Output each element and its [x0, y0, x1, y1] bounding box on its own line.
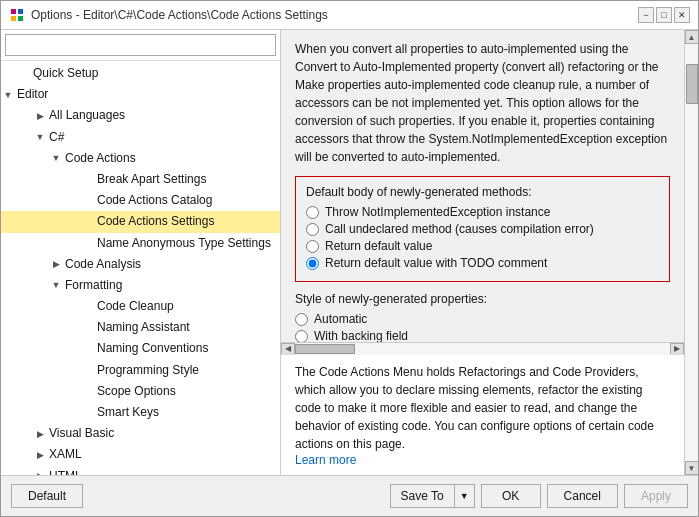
radio-call-undeclared-input[interactable]	[306, 223, 319, 236]
label-break-apart: Break Apart Settings	[95, 170, 206, 189]
v-scroll-thumb[interactable]	[686, 64, 698, 104]
h-scroll-thumb[interactable]	[295, 344, 355, 354]
left-panel: Quick Setup ▼ Editor ▶ All Languages	[1, 30, 281, 475]
radio-backing-field-label: With backing field	[314, 329, 408, 342]
label-formatting: Formatting	[63, 276, 122, 295]
h-scroll-right[interactable]: ▶	[670, 343, 684, 355]
label-html: HTML	[47, 467, 82, 475]
main-description: When you convert all properties to auto-…	[295, 40, 670, 166]
radio-backing-field-input[interactable]	[295, 330, 308, 343]
radio-return-default-todo-input[interactable]	[306, 257, 319, 270]
style-group: Style of newly-generated properties: Aut…	[295, 292, 670, 342]
label-quick-setup: Quick Setup	[31, 64, 98, 83]
radio-automatic-input[interactable]	[295, 313, 308, 326]
tree-item-name-anonymous[interactable]: Name Anonymous Type Settings	[1, 233, 280, 254]
footer-left: Default	[11, 484, 83, 508]
footer: Default Save To ▼ OK Cancel Apply	[1, 475, 698, 516]
label-all-languages: All Languages	[47, 106, 125, 125]
radio-return-default-input[interactable]	[306, 240, 319, 253]
radio-call-undeclared-label: Call undeclared method (causes compilati…	[325, 222, 594, 236]
label-anon: Name Anonymous Type Settings	[95, 234, 271, 253]
tree-item-programming-style[interactable]: Programming Style	[1, 360, 280, 381]
v-scroll-down[interactable]: ▼	[685, 461, 699, 475]
save-to-dropdown[interactable]: ▼	[454, 485, 474, 507]
label-settings: Code Actions Settings	[95, 212, 214, 231]
h-scroll-track[interactable]	[295, 343, 670, 355]
svg-rect-1	[18, 9, 23, 14]
radio-automatic-label: Automatic	[314, 312, 367, 326]
title-bar-left: Options - Editor\C#\Code Actions\Code Ac…	[9, 7, 328, 23]
label-naming-conv: Naming Conventions	[95, 339, 208, 358]
close-button[interactable]: ✕	[674, 7, 690, 23]
label-code-actions: Code Actions	[63, 149, 136, 168]
vertical-scrollbar: ▲ ▼	[684, 30, 698, 475]
tree-item-naming-conventions[interactable]: Naming Conventions	[1, 338, 280, 359]
horizontal-scrollbar: ◀ ▶	[281, 342, 684, 354]
tree-view: Quick Setup ▼ Editor ▶ All Languages	[1, 61, 280, 475]
title-bar: Options - Editor\C#\Code Actions\Code Ac…	[1, 1, 698, 30]
tree-item-code-cleanup[interactable]: Code Cleanup	[1, 296, 280, 317]
footer-right: Save To ▼ OK Cancel Apply	[390, 484, 688, 508]
tree-item-quick-setup[interactable]: Quick Setup	[1, 63, 280, 84]
search-input[interactable]	[5, 34, 276, 56]
tree-item-code-actions[interactable]: ▼ Code Actions	[1, 148, 280, 169]
app-icon	[9, 7, 25, 23]
svg-rect-2	[11, 16, 16, 21]
minimize-button[interactable]: −	[638, 7, 654, 23]
v-scroll-up[interactable]: ▲	[685, 30, 699, 44]
arrow-code-analysis: ▶	[49, 257, 63, 271]
save-to-split-button[interactable]: Save To ▼	[390, 484, 475, 508]
title-bar-buttons: − □ ✕	[638, 7, 690, 23]
tree-item-code-actions-settings[interactable]: Code Actions Settings	[1, 211, 280, 232]
tree-item-naming-assistant[interactable]: Naming Assistant	[1, 317, 280, 338]
window-title: Options - Editor\C#\Code Actions\Code Ac…	[31, 8, 328, 22]
label-smart-keys: Smart Keys	[95, 403, 159, 422]
right-panel: When you convert all properties to auto-…	[281, 30, 684, 475]
label-prog-style: Programming Style	[95, 361, 199, 380]
svg-rect-3	[18, 16, 23, 21]
ok-button[interactable]: OK	[481, 484, 541, 508]
tree-item-editor[interactable]: ▼ Editor	[1, 84, 280, 105]
radio-throw-not-impl-label: Throw NotImplementedException instance	[325, 205, 550, 219]
v-scroll-track[interactable]	[685, 44, 699, 461]
content-area: Quick Setup ▼ Editor ▶ All Languages	[1, 30, 698, 475]
default-body-group: Default body of newly-generated methods:…	[295, 176, 670, 282]
h-scroll-left[interactable]: ◀	[281, 343, 295, 355]
tree-item-all-languages[interactable]: ▶ All Languages	[1, 105, 280, 126]
bottom-description: The Code Actions Menu holds Refactorings…	[281, 354, 684, 475]
radio-throw-not-impl[interactable]: Throw NotImplementedException instance	[306, 205, 659, 219]
arrow-code-actions: ▼	[49, 151, 63, 165]
radio-return-default[interactable]: Return default value	[306, 239, 659, 253]
right-content: When you convert all properties to auto-…	[281, 30, 684, 342]
label-csharp: C#	[47, 128, 64, 147]
default-button[interactable]: Default	[11, 484, 83, 508]
radio-return-default-todo[interactable]: Return default value with TODO comment	[306, 256, 659, 270]
label-vb: Visual Basic	[47, 424, 114, 443]
learn-more-link[interactable]: Learn more	[295, 453, 356, 467]
radio-automatic[interactable]: Automatic	[295, 312, 670, 326]
tree-item-formatting[interactable]: ▼ Formatting	[1, 275, 280, 296]
tree-item-code-actions-catalog[interactable]: Code Actions Catalog	[1, 190, 280, 211]
restore-button[interactable]: □	[656, 7, 672, 23]
radio-backing-field[interactable]: With backing field	[295, 329, 670, 342]
bottom-text: The Code Actions Menu holds Refactorings…	[295, 363, 670, 453]
tree-item-xaml[interactable]: ▶ XAML	[1, 444, 280, 465]
save-to-button[interactable]: Save To	[391, 485, 454, 507]
tree-item-visual-basic[interactable]: ▶ Visual Basic	[1, 423, 280, 444]
label-scope: Scope Options	[95, 382, 176, 401]
cancel-button[interactable]: Cancel	[547, 484, 618, 508]
tree-item-code-analysis[interactable]: ▶ Code Analysis	[1, 254, 280, 275]
radio-return-default-todo-label: Return default value with TODO comment	[325, 256, 547, 270]
radio-call-undeclared[interactable]: Call undeclared method (causes compilati…	[306, 222, 659, 236]
apply-button[interactable]: Apply	[624, 484, 688, 508]
tree-item-scope-options[interactable]: Scope Options	[1, 381, 280, 402]
tree-item-break-apart[interactable]: Break Apart Settings	[1, 169, 280, 190]
tree-item-smart-keys[interactable]: Smart Keys	[1, 402, 280, 423]
svg-rect-0	[11, 9, 16, 14]
options-dialog: Options - Editor\C#\Code Actions\Code Ac…	[0, 0, 699, 517]
arrow-vb: ▶	[33, 427, 47, 441]
radio-throw-not-impl-input[interactable]	[306, 206, 319, 219]
tree-item-csharp[interactable]: ▼ C#	[1, 127, 280, 148]
tree-item-html[interactable]: ▶ HTML	[1, 466, 280, 475]
label-editor: Editor	[15, 85, 48, 104]
